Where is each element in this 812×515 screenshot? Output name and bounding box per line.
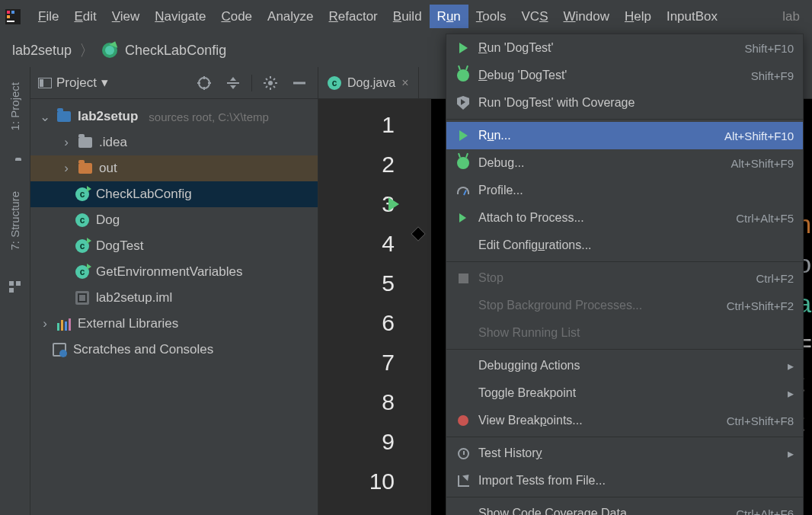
menu-item-label: Run 'DogTest' with Coverage	[478, 96, 635, 110]
menu-item-test-history[interactable]: Test History▸	[446, 440, 803, 467]
structure-icon	[9, 281, 21, 296]
menu-item-profile[interactable]: Profile...	[446, 177, 803, 204]
titlebar-project-name: lab	[782, 9, 807, 24]
tool-tab-project[interactable]: 1: Project	[8, 82, 21, 130]
shortcut-label: Ctrl+F2	[756, 272, 794, 285]
menu-item-run-dogtest-with-coverage[interactable]: Run 'DogTest' with Coverage	[446, 89, 803, 117]
menu-item-run[interactable]: Run...Alt+Shift+F10	[446, 122, 803, 149]
class-icon: c	[75, 213, 90, 228]
menu-file[interactable]: File	[30, 5, 66, 28]
tree-class-checklabconfig[interactable]: c CheckLabConfig	[30, 181, 318, 207]
expand-all-button[interactable]	[222, 72, 244, 94]
menu-item-edit-configurations[interactable]: Edit Configurations...	[446, 232, 803, 259]
module-folder-icon	[56, 109, 72, 124]
shield-icon	[456, 96, 471, 110]
folder-icon	[78, 135, 93, 150]
svg-rect-3	[7, 15, 10, 18]
settings-button[interactable]	[260, 72, 281, 94]
svg-rect-5	[9, 281, 14, 286]
menu-item-label: Show Running List	[478, 326, 580, 340]
menu-item-label: Debug 'DogTest'	[478, 69, 567, 82]
menu-item-run-dogtest[interactable]: Run 'DogTest'Shift+F10	[446, 34, 803, 62]
red-icon	[456, 415, 471, 426]
minimize-button[interactable]	[289, 72, 310, 94]
menu-help[interactable]: Help	[617, 5, 659, 28]
menu-view[interactable]: View	[104, 5, 148, 28]
menu-item-label: Profile...	[478, 184, 523, 197]
menu-item-toggle-breakpoint[interactable]: Toggle Breakpoint▸	[446, 379, 803, 407]
menu-separator	[446, 349, 803, 350]
tree-folder-idea[interactable]: › .idea	[30, 130, 318, 155]
menu-item-label: Run 'DogTest'	[478, 41, 554, 55]
shortcut-label: Ctrl+Alt+F5	[736, 212, 794, 225]
line-gutter: 1 2 3 4 5 6 7 8 9 10	[318, 99, 417, 515]
bug-icon	[456, 69, 471, 82]
menu-item-attach-to-process[interactable]: Attach to Process...Ctrl+Alt+F5	[446, 204, 803, 232]
menu-item-import-tests-from-file[interactable]: Import Tests from File...	[446, 467, 803, 494]
menu-item-show-running-list: Show Running List	[446, 319, 803, 347]
class-run-icon: c	[75, 238, 90, 254]
shortcut-label: Alt+Shift+F10	[724, 130, 794, 142]
panel-title[interactable]: Project ▾	[38, 75, 108, 91]
breadcrumb-leaf[interactable]: CheckLabConfig	[125, 43, 226, 59]
menu-item-debugging-actions[interactable]: Debugging Actions▸	[446, 352, 803, 379]
left-tool-gutter: 1: Project 7: Structure	[0, 67, 30, 515]
project-panel: Project ▾ ⌄ lab2setup sources root, C:\X…	[30, 67, 318, 515]
menu-separator	[446, 437, 803, 437]
menu-window[interactable]: Window	[555, 5, 616, 28]
shortcut-label: Alt+Shift+F9	[730, 157, 794, 170]
menu-edit[interactable]: Edit	[66, 5, 104, 28]
iml-file-icon	[75, 290, 90, 305]
menu-item-label: Debugging Actions	[478, 359, 580, 373]
tree-folder-out[interactable]: › out	[30, 155, 318, 181]
tool-tab-structure[interactable]: 7: Structure	[8, 191, 21, 251]
shortcut-label: Ctrl+Shift+F8	[727, 414, 794, 427]
menu-item-debug-dogtest[interactable]: Debug 'DogTest'Shift+F9	[446, 62, 803, 89]
tree-class-getenv[interactable]: c GetEnvironmentVariables	[30, 259, 318, 285]
clock-icon	[456, 448, 471, 459]
menu-refactor[interactable]: Refactor	[321, 5, 385, 28]
menu-build[interactable]: Build	[385, 5, 430, 28]
chevron-right-icon: ▸	[788, 386, 794, 401]
editor-tab-dog[interactable]: c Dog.java ×	[318, 67, 419, 98]
app-logo-icon	[5, 8, 21, 25]
class-run-icon: c	[75, 264, 90, 280]
tree-root[interactable]: ⌄ lab2setup sources root, C:\X\temp	[30, 104, 318, 130]
play-icon	[456, 130, 471, 141]
tree-file-iml[interactable]: lab2setup.iml	[30, 285, 318, 311]
tree-class-dog[interactable]: c Dog	[30, 207, 318, 233]
menu-run[interactable]: Run	[430, 5, 468, 28]
close-icon[interactable]: ×	[401, 76, 408, 90]
menu-item-label: Run...	[478, 129, 511, 142]
menu-analyze[interactable]: Analyze	[260, 5, 321, 28]
svg-point-18	[268, 81, 273, 85]
menu-separator	[446, 497, 803, 497]
breadcrumb-root[interactable]: lab2setup	[12, 43, 72, 59]
tree-external-libraries[interactable]: › External Libraries	[30, 311, 318, 337]
chevron-right-icon: ›	[61, 135, 72, 150]
menu-tools[interactable]: Tools	[468, 5, 514, 28]
run-menu-dropdown: Run 'DogTest'Shift+F10Debug 'DogTest'Shi…	[446, 34, 804, 515]
tree-scratches[interactable]: Scratches and Consoles	[30, 337, 318, 363]
menu-inputbox[interactable]: InputBox	[659, 5, 725, 28]
play-icon	[456, 43, 471, 53]
menu-item-show-code-coverage-data[interactable]: Show Code Coverage DataCtrl+Alt+F6	[446, 500, 803, 515]
menu-item-debug[interactable]: Debug...Alt+Shift+F9	[446, 149, 803, 177]
svg-line-26	[266, 86, 267, 88]
run-gutter-icon[interactable]	[388, 190, 402, 216]
locate-button[interactable]	[193, 72, 215, 94]
svg-rect-1	[7, 11, 10, 14]
menu-item-label: Test History	[478, 446, 542, 460]
menu-item-view-breakpoints[interactable]: View Breakpoints...Ctrl+Shift+F8	[446, 407, 803, 434]
svg-marker-16	[230, 77, 236, 81]
menu-code[interactable]: Code	[213, 5, 260, 28]
chevron-right-icon: ›	[40, 316, 50, 331]
menu-navigate[interactable]: Navigate	[147, 5, 213, 28]
tree-class-dogtest[interactable]: c DogTest	[30, 233, 318, 259]
chevron-right-icon: ▸	[788, 446, 794, 461]
menu-item-stop-background-processes: Stop Background Processes...Ctrl+Shift+F…	[446, 292, 803, 319]
libraries-icon	[56, 316, 72, 331]
menu-vcs[interactable]: VCS	[514, 5, 556, 28]
menu-item-label: Attach to Process...	[478, 211, 584, 225]
folder-excluded-icon	[78, 161, 93, 176]
